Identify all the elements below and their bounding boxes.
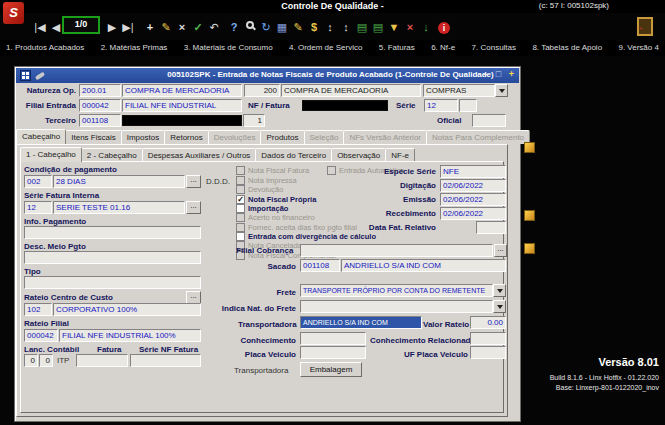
menu-materiais-consumo[interactable]: 3. Materiais de Consumo <box>184 43 273 56</box>
lanc-contabil-field-2[interactable]: 0 <box>39 354 53 367</box>
tab-cabecalho[interactable]: Cabeçalho <box>16 129 66 144</box>
terceiro-seq-field[interactable]: 1 <box>243 114 265 127</box>
serie-fatura-code-field[interactable]: 12 <box>24 201 52 214</box>
especie-serie-field[interactable]: NFE <box>440 165 506 178</box>
embalagem-button[interactable]: Embalagem <box>300 362 362 377</box>
refresh-icon[interactable]: ↻ <box>258 19 274 35</box>
placa-veiculo-field[interactable] <box>300 346 366 359</box>
ledger2-icon[interactable]: ▤ <box>370 19 386 35</box>
lanc-contabil-field-1[interactable]: 0 <box>24 354 38 367</box>
tab-produtos[interactable]: Produtos <box>260 130 304 144</box>
frete-dropdown-button[interactable] <box>493 284 506 297</box>
grupo-dropdown-button[interactable] <box>495 84 508 97</box>
conhecimento-field[interactable] <box>300 332 366 345</box>
exit-button[interactable]: → <box>637 17 653 36</box>
natureza-op-desc2-field[interactable]: COMPRA DE MERCADORIA <box>281 84 421 97</box>
menu-tabelas-apoio[interactable]: 8. Tabelas de Apoio <box>532 43 602 56</box>
search-help-icon[interactable]: ? <box>226 19 242 35</box>
tipo-field[interactable] <box>24 276 201 289</box>
info-pagamento-field[interactable] <box>24 226 201 239</box>
indica-nat-frete-combo[interactable] <box>300 300 506 313</box>
tab-impostos[interactable]: Impostos <box>121 130 165 144</box>
condicao-pagamento-desc-field[interactable]: 28 DIAS <box>53 175 185 188</box>
serie-extra-field[interactable] <box>459 99 477 112</box>
subtab-observacao[interactable]: Observação <box>331 148 386 162</box>
tab-retornos[interactable]: Retornos <box>164 130 208 144</box>
natureza-op-desc-field[interactable]: COMPRA DE MERCADORIA <box>122 84 242 97</box>
tab-itens-fiscais[interactable]: Itens Fiscais <box>65 130 121 144</box>
terceiro-name-redacted[interactable] <box>122 115 242 126</box>
menu-produtos-acabados[interactable]: 1. Produtos Acabados <box>6 43 84 56</box>
notes-icon[interactable]: ✎ <box>290 19 306 35</box>
rateio-cc-code-field[interactable]: 102 <box>24 303 52 316</box>
subtab-1-cabecalho[interactable]: 1 - Cabeçalho <box>20 147 82 162</box>
calculator-icon[interactable]: ▦ <box>274 19 290 35</box>
serie-field[interactable]: 12 <box>424 99 458 112</box>
sort-desc-icon[interactable]: ↕ <box>338 19 354 35</box>
digitacao-field[interactable]: 02/06/2022 <box>440 179 506 192</box>
info-icon[interactable]: i <box>436 19 452 35</box>
menu-nfe[interactable]: 6. Nf-e <box>431 43 455 56</box>
grupo-combo[interactable]: COMPRAS <box>423 84 508 97</box>
filial-cobranca-lookup-button[interactable]: ... <box>494 244 507 257</box>
sort-asc-icon[interactable]: ↕ <box>322 19 338 35</box>
filial-entrada-desc-field[interactable]: FILIAL NFE INDUSTRIAL <box>122 99 242 112</box>
next-record-icon[interactable]: ▶ <box>104 19 120 35</box>
minimize-button[interactable]: – <box>480 69 491 81</box>
indica-nat-frete-dropdown-button[interactable] <box>493 300 506 313</box>
download-icon[interactable]: ↓ <box>418 19 434 35</box>
maximize-button[interactable]: □ <box>493 69 504 81</box>
subtab-dados-terceiro[interactable]: Dados do Terceiro <box>255 148 332 162</box>
terceiro-code-field[interactable]: 001108 <box>79 114 121 127</box>
money-icon[interactable]: $ <box>306 19 322 35</box>
recebimento-field[interactable]: 02/06/2022 <box>440 207 506 220</box>
confirm-icon[interactable]: ✓ <box>190 19 206 35</box>
subtab-despesas[interactable]: Despesas Auxiliares / Outros <box>142 148 257 162</box>
filial-cobranca-field[interactable] <box>300 244 493 257</box>
menu-faturas[interactable]: 5. Faturas <box>379 43 415 56</box>
sacado-code-field[interactable]: 001108 <box>300 259 340 272</box>
serie-nf-fatura-field[interactable] <box>130 354 201 367</box>
rateio-cc-desc-field[interactable]: CORPORATIVO 100% <box>53 303 201 316</box>
transportadora-field[interactable]: ANDRIELLO S/A IND COM <box>300 316 422 329</box>
delete-record-icon[interactable]: × <box>174 19 190 35</box>
oficial-field[interactable] <box>472 114 506 127</box>
subtab-nfe[interactable]: NF-e <box>385 148 415 162</box>
fatura-field[interactable] <box>76 354 128 367</box>
serie-fatura-lookup-button[interactable]: ... <box>186 201 201 214</box>
search-icon[interactable] <box>242 19 258 35</box>
nf-fatura-value-redacted[interactable] <box>302 100 388 111</box>
side-shortcut-icon-1[interactable] <box>524 142 535 153</box>
emissao-field[interactable]: 02/06/2022 <box>440 193 506 206</box>
filial-entrada-code-field[interactable]: 000042 <box>79 99 121 112</box>
condicao-pagamento-lookup-button[interactable]: ... <box>186 175 201 188</box>
rateio-filial-code-field[interactable]: 000042 <box>24 329 58 342</box>
menu-versao[interactable]: 9. Versão 4 <box>618 43 658 56</box>
condicao-pagamento-code-field[interactable]: 002 <box>24 175 52 188</box>
menu-consultas[interactable]: 7. Consultas <box>472 43 516 56</box>
uf-placa-veiculo-field[interactable] <box>470 346 506 359</box>
cancel-icon[interactable]: × <box>402 19 418 35</box>
side-shortcut-icon-3[interactable] <box>524 243 535 254</box>
natureza-op-code-field[interactable]: 200.01 <box>79 84 121 97</box>
frete-combo[interactable]: TRANSPORTE PRÓPRIO POR CONTA DO REMETENT… <box>300 284 506 297</box>
serie-fatura-desc-field[interactable]: SERIE TESTE 01.16 <box>53 201 185 214</box>
last-record-icon[interactable]: ▶| <box>120 19 136 35</box>
ledger-icon[interactable]: ▤ <box>354 19 370 35</box>
close-button[interactable]: + <box>506 69 517 81</box>
menu-materias-primas[interactable]: 2. Matérias Primas <box>101 43 168 56</box>
valor-rateio-field[interactable]: 0.00 <box>470 316 506 329</box>
menu-ordem-servico[interactable]: 4. Ordem de Servico <box>289 43 362 56</box>
sacado-desc-field[interactable]: ANDRIELLO S/A IND COM <box>341 259 506 272</box>
subtab-2-cabecalho[interactable]: 2 - Cabeçalho <box>81 148 143 162</box>
natureza-op-code2-field[interactable]: 200 <box>244 84 280 97</box>
edit-record-icon[interactable]: ✎ <box>158 19 174 35</box>
filter-icon[interactable]: ▼ <box>386 19 402 35</box>
side-shortcut-icon-2[interactable] <box>524 210 535 221</box>
conhecimento-relacionado-field[interactable] <box>470 332 506 345</box>
rateio-filial-desc-field[interactable]: FILIAL NFE INDUSTRIAL 100% <box>59 329 201 342</box>
desc-meio-pgto-field[interactable] <box>24 251 201 264</box>
add-record-icon[interactable]: + <box>142 19 158 35</box>
data-fat-relativo-field[interactable] <box>476 221 506 234</box>
undo-icon[interactable]: ↶ <box>206 19 222 35</box>
